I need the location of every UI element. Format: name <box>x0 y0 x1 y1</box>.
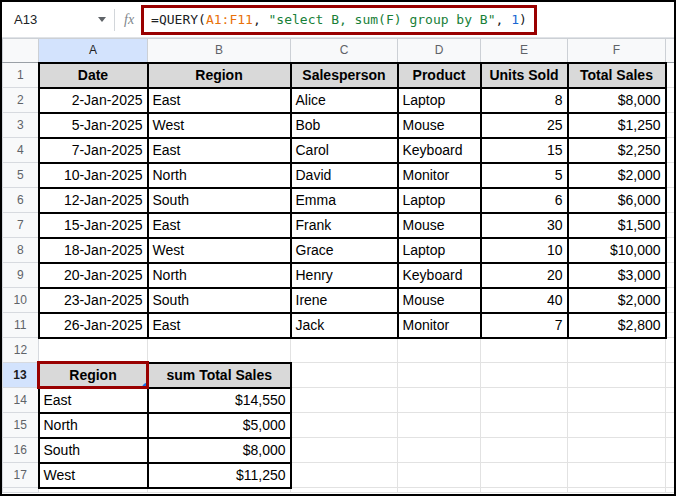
cell-C6[interactable]: Emma <box>291 188 398 213</box>
cell-D17[interactable] <box>398 463 481 488</box>
cell-A2[interactable]: 2-Jan-2025 <box>39 88 148 113</box>
cell-E2[interactable]: 8 <box>481 88 568 113</box>
cell-E1[interactable]: Units Sold <box>481 63 568 88</box>
cell-F7[interactable]: $1,500 <box>568 213 666 238</box>
cell-F13[interactable] <box>568 363 666 388</box>
cell-A8[interactable]: 18-Jan-2025 <box>39 238 148 263</box>
row-header-10[interactable]: 10 <box>3 288 39 313</box>
cell-D8[interactable]: Laptop <box>398 238 481 263</box>
cell-F3[interactable]: $1,250 <box>568 113 666 138</box>
cell-E10[interactable]: 40 <box>481 288 568 313</box>
column-header-A[interactable]: A <box>39 39 148 63</box>
cell-D9[interactable]: Keyboard <box>398 263 481 288</box>
cell-E5[interactable]: 5 <box>481 163 568 188</box>
cell-B15[interactable]: $5,000 <box>148 413 291 438</box>
cell-C16[interactable] <box>291 438 398 463</box>
cell-B13[interactable]: sum Total Sales <box>148 363 291 388</box>
cell-A3[interactable]: 5-Jan-2025 <box>39 113 148 138</box>
row-header-15[interactable]: 15 <box>3 413 39 438</box>
cell-E14[interactable] <box>481 388 568 413</box>
cell-F9[interactable]: $3,000 <box>568 263 666 288</box>
cell-F4[interactable]: $2,250 <box>568 138 666 163</box>
cell-E4[interactable]: 15 <box>481 138 568 163</box>
cell-D10[interactable]: Mouse <box>398 288 481 313</box>
cell-A6[interactable]: 12-Jan-2025 <box>39 188 148 213</box>
cell-B8[interactable]: West <box>148 238 291 263</box>
cell-A11[interactable]: 26-Jan-2025 <box>39 313 148 338</box>
cell-D1[interactable]: Product <box>398 63 481 88</box>
cell-D13[interactable] <box>398 363 481 388</box>
cell-C2[interactable]: Alice <box>291 88 398 113</box>
cell-F16[interactable] <box>568 438 666 463</box>
cell-B6[interactable]: South <box>148 188 291 213</box>
cell-C14[interactable] <box>291 388 398 413</box>
cell-C9[interactable]: Henry <box>291 263 398 288</box>
formula-input[interactable]: =QUERY(A1:F11, "select B, sum(F) group b… <box>141 5 537 35</box>
cell-A1[interactable]: Date <box>39 63 148 88</box>
cell-D14[interactable] <box>398 388 481 413</box>
cell-F17[interactable] <box>568 463 666 488</box>
cell-B2[interactable]: East <box>148 88 291 113</box>
row-header-9[interactable]: 9 <box>3 263 39 288</box>
column-header-F[interactable]: F <box>568 39 666 63</box>
column-header-B[interactable]: B <box>148 39 291 63</box>
row-header-16[interactable]: 16 <box>3 438 39 463</box>
cell-B12[interactable] <box>148 338 291 363</box>
cell-E6[interactable]: 6 <box>481 188 568 213</box>
cell-D5[interactable]: Monitor <box>398 163 481 188</box>
select-all-corner[interactable] <box>3 39 39 63</box>
column-header-C[interactable]: C <box>291 39 398 63</box>
cell-C5[interactable]: David <box>291 163 398 188</box>
cell-D2[interactable]: Laptop <box>398 88 481 113</box>
cell-E8[interactable]: 10 <box>481 238 568 263</box>
row-header-11[interactable]: 11 <box>3 313 39 338</box>
cell-A15[interactable]: North <box>39 413 148 438</box>
cell-C3[interactable]: Bob <box>291 113 398 138</box>
cell-F10[interactable]: $2,000 <box>568 288 666 313</box>
cell-F15[interactable] <box>568 413 666 438</box>
fill-handle-dot[interactable] <box>142 383 148 388</box>
row-header-17[interactable]: 17 <box>3 463 39 488</box>
cell-D16[interactable] <box>398 438 481 463</box>
row-header-4[interactable]: 4 <box>3 138 39 163</box>
column-header-D[interactable]: D <box>398 39 481 63</box>
cell-B5[interactable]: North <box>148 163 291 188</box>
cell-F11[interactable]: $2,800 <box>568 313 666 338</box>
cell-A4[interactable]: 7-Jan-2025 <box>39 138 148 163</box>
row-header-14[interactable]: 14 <box>3 388 39 413</box>
cell-E16[interactable] <box>481 438 568 463</box>
cell-A14[interactable]: East <box>39 388 148 413</box>
column-header-E[interactable]: E <box>481 39 568 63</box>
cell-F14[interactable] <box>568 388 666 413</box>
cell-D4[interactable]: Keyboard <box>398 138 481 163</box>
cell-F1[interactable]: Total Sales <box>568 63 666 88</box>
cell-E3[interactable]: 25 <box>481 113 568 138</box>
cell-C15[interactable] <box>291 413 398 438</box>
row-header-12[interactable]: 12 <box>3 338 39 363</box>
cell-B16[interactable]: $8,000 <box>148 438 291 463</box>
cell-D3[interactable]: Mouse <box>398 113 481 138</box>
row-header-1[interactable]: 1 <box>3 63 39 88</box>
cell-F8[interactable]: $10,000 <box>568 238 666 263</box>
cell-E17[interactable] <box>481 463 568 488</box>
cell-B7[interactable]: East <box>148 213 291 238</box>
row-header-8[interactable]: 8 <box>3 238 39 263</box>
cell-D15[interactable] <box>398 413 481 438</box>
cell-D11[interactable]: Monitor <box>398 313 481 338</box>
cell-C10[interactable]: Irene <box>291 288 398 313</box>
row-header-5[interactable]: 5 <box>3 163 39 188</box>
row-header-2[interactable]: 2 <box>3 88 39 113</box>
cell-E15[interactable] <box>481 413 568 438</box>
cell-A16[interactable]: South <box>39 438 148 463</box>
cell-F6[interactable]: $6,000 <box>568 188 666 213</box>
cell-C7[interactable]: Frank <box>291 213 398 238</box>
cell-A7[interactable]: 15-Jan-2025 <box>39 213 148 238</box>
cell-B1[interactable]: Region <box>148 63 291 88</box>
row-header-7[interactable]: 7 <box>3 213 39 238</box>
cell-F12[interactable] <box>568 338 666 363</box>
cell-C17[interactable] <box>291 463 398 488</box>
cell-E13[interactable] <box>481 363 568 388</box>
cell-A12[interactable] <box>39 338 148 363</box>
cell-B3[interactable]: West <box>148 113 291 138</box>
row-header-3[interactable]: 3 <box>3 113 39 138</box>
